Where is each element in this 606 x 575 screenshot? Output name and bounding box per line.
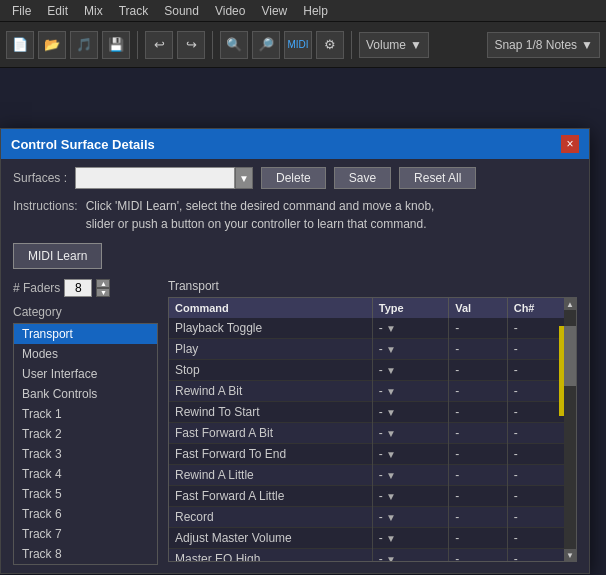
table-row[interactable]: Master EQ High- ▼-- — [169, 549, 576, 563]
cell-val: - — [449, 507, 507, 528]
category-item-11[interactable]: Track 8 — [14, 544, 157, 564]
menu-sound[interactable]: Sound — [156, 2, 207, 20]
menu-track[interactable]: Track — [111, 2, 157, 20]
menu-mix[interactable]: Mix — [76, 2, 111, 20]
save-dialog-button[interactable]: Save — [334, 167, 391, 189]
table-row[interactable]: Fast Forward To End- ▼-- — [169, 444, 576, 465]
cell-val: - — [449, 486, 507, 507]
cell-command: Rewind To Start — [169, 402, 372, 423]
dialog-titlebar: Control Surface Details × — [1, 129, 589, 159]
sep2 — [212, 31, 213, 59]
cell-type: - ▼ — [372, 381, 449, 402]
table-row[interactable]: Record- ▼-- — [169, 507, 576, 528]
new-button[interactable]: 📄 — [6, 31, 34, 59]
table-row[interactable]: Play- ▼-- — [169, 339, 576, 360]
redo-button[interactable]: ↪ — [177, 31, 205, 59]
surfaces-label: Surfaces : — [13, 171, 67, 185]
reset-all-button[interactable]: Reset All — [399, 167, 476, 189]
open-button[interactable]: 📂 — [38, 31, 66, 59]
cell-type: - ▼ — [372, 360, 449, 381]
midi-button[interactable]: MIDI — [284, 31, 312, 59]
faders-down-button[interactable]: ▼ — [96, 288, 110, 297]
table-row[interactable]: Stop- ▼-- — [169, 360, 576, 381]
command-table: Command Type Val Ch# Playback Toggle- ▼-… — [169, 298, 576, 562]
snap-arrow-icon: ▼ — [581, 38, 593, 52]
col-type: Type — [372, 298, 449, 318]
menu-bar: File Edit Mix Track Sound Video View Hel… — [0, 0, 606, 22]
settings-button[interactable]: ⚙ — [316, 31, 344, 59]
volume-arrow-icon: ▼ — [410, 38, 422, 52]
faders-input[interactable] — [64, 279, 92, 297]
faders-spinner: ▲ ▼ — [96, 279, 110, 297]
cell-type: - ▼ — [372, 402, 449, 423]
open-midi-button[interactable]: 🎵 — [70, 31, 98, 59]
scroll-up-arrow[interactable]: ▲ — [564, 298, 576, 310]
menu-edit[interactable]: Edit — [39, 2, 76, 20]
table-row[interactable]: Rewind A Bit- ▼-- — [169, 381, 576, 402]
snap-dropdown[interactable]: Snap 1/8 Notes ▼ — [487, 32, 600, 58]
delete-button[interactable]: Delete — [261, 167, 326, 189]
category-item-3[interactable]: Bank Controls — [14, 384, 157, 404]
menu-file[interactable]: File — [4, 2, 39, 20]
category-item-7[interactable]: Track 4 — [14, 464, 157, 484]
table-row[interactable]: Fast Forward A Little- ▼-- — [169, 486, 576, 507]
cell-type: - ▼ — [372, 486, 449, 507]
main-content: # Faders ▲ ▼ Category TransportModesUser… — [13, 279, 577, 565]
category-item-6[interactable]: Track 3 — [14, 444, 157, 464]
cell-type: - ▼ — [372, 444, 449, 465]
snap-label: Snap 1/8 Notes — [494, 38, 577, 52]
control-surface-dialog: Control Surface Details × Surfaces : ▼ D… — [0, 128, 590, 574]
category-item-5[interactable]: Track 2 — [14, 424, 157, 444]
category-item-0[interactable]: Transport — [14, 324, 157, 344]
cell-val: - — [449, 339, 507, 360]
instructions-row: Instructions: Click 'MIDI Learn', select… — [13, 197, 577, 233]
faders-up-button[interactable]: ▲ — [96, 279, 110, 288]
table-row[interactable]: Rewind To Start- ▼-- — [169, 402, 576, 423]
undo-button[interactable]: ↩ — [145, 31, 173, 59]
category-item-8[interactable]: Track 5 — [14, 484, 157, 504]
menu-video[interactable]: Video — [207, 2, 253, 20]
search2-button[interactable]: 🔎 — [252, 31, 280, 59]
cell-val: - — [449, 423, 507, 444]
cell-command: Fast Forward A Bit — [169, 423, 372, 444]
scrollbar[interactable]: ▲ ▼ — [564, 298, 576, 561]
volume-dropdown[interactable]: Volume ▼ — [359, 32, 429, 58]
save-button[interactable]: 💾 — [102, 31, 130, 59]
cell-val: - — [449, 549, 507, 563]
midi-learn-button[interactable]: MIDI Learn — [13, 243, 102, 269]
table-row[interactable]: Fast Forward A Bit- ▼-- — [169, 423, 576, 444]
category-item-9[interactable]: Track 6 — [14, 504, 157, 524]
category-item-2[interactable]: User Interface — [14, 364, 157, 384]
category-item-4[interactable]: Track 1 — [14, 404, 157, 424]
cell-command: Stop — [169, 360, 372, 381]
faders-label: # Faders — [13, 281, 60, 295]
table-row[interactable]: Rewind A Little- ▼-- — [169, 465, 576, 486]
cell-val: - — [449, 318, 507, 339]
surfaces-input[interactable] — [75, 167, 235, 189]
surfaces-dropdown-arrow[interactable]: ▼ — [235, 167, 253, 189]
surfaces-row: Surfaces : ▼ Delete Save Reset All — [13, 167, 577, 189]
cell-type: - ▼ — [372, 507, 449, 528]
search-button[interactable]: 🔍 — [220, 31, 248, 59]
scrollbar-thumb[interactable] — [564, 326, 576, 386]
menu-help[interactable]: Help — [295, 2, 336, 20]
instructions-text: Click 'MIDI Learn', select the desired c… — [86, 197, 435, 233]
scroll-down-arrow[interactable]: ▼ — [564, 549, 576, 561]
left-panel: # Faders ▲ ▼ Category TransportModesUser… — [13, 279, 158, 565]
cell-type: - ▼ — [372, 318, 449, 339]
table-row[interactable]: Adjust Master Volume- ▼-- — [169, 528, 576, 549]
category-label: Category — [13, 305, 158, 319]
category-item-1[interactable]: Modes — [14, 344, 157, 364]
category-item-10[interactable]: Track 7 — [14, 524, 157, 544]
category-list: TransportModesUser InterfaceBank Control… — [13, 323, 158, 565]
table-row[interactable]: Playback Toggle- ▼-- — [169, 318, 576, 339]
cell-val: - — [449, 381, 507, 402]
surfaces-input-wrap: ▼ — [75, 167, 253, 189]
menu-view[interactable]: View — [253, 2, 295, 20]
dialog-close-button[interactable]: × — [561, 135, 579, 153]
cell-command: Play — [169, 339, 372, 360]
cell-val: - — [449, 444, 507, 465]
cell-command: Fast Forward A Little — [169, 486, 372, 507]
sep1 — [137, 31, 138, 59]
cell-command: Record — [169, 507, 372, 528]
